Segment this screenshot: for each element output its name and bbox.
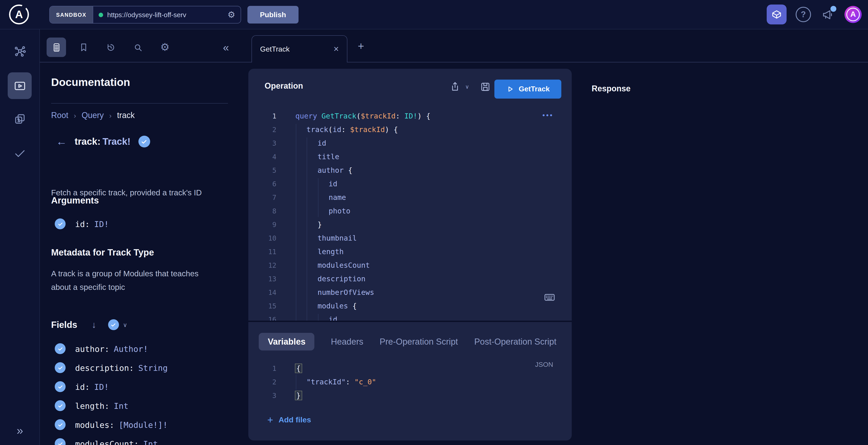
announcements-button[interactable] [820, 7, 835, 22]
check-icon [57, 221, 63, 227]
field-badge[interactable] [55, 362, 66, 373]
code-line: 3 id [248, 136, 572, 150]
field-title-type[interactable]: Track! [102, 136, 130, 147]
line-number: 13 [248, 272, 276, 286]
back-arrow-icon[interactable]: ← [56, 136, 67, 147]
plus-icon: + [267, 414, 273, 426]
bookmark-icon [79, 42, 88, 52]
code-line-text: modules { [276, 299, 356, 313]
code-line: 1 query GetTrack($trackId: ID!) { [248, 109, 572, 123]
tab-pre-operation-script[interactable]: Pre-Operation Script [380, 337, 458, 347]
field-row[interactable]: id: ID! [55, 381, 109, 392]
docs-tab-history[interactable] [101, 37, 120, 57]
code-line: 9 } [248, 218, 572, 231]
check-icon [141, 138, 148, 145]
gear-icon: ⚙ [160, 41, 169, 53]
code-line: 13 description [248, 272, 572, 286]
indent-guide [318, 178, 318, 217]
operation-tab[interactable]: GetTrack × [251, 35, 347, 62]
argument-type[interactable]: ID! [94, 219, 109, 229]
breadcrumb-root[interactable]: Root [51, 111, 68, 120]
question-icon: ? [801, 10, 806, 19]
share-icon[interactable] [450, 82, 461, 92]
avatar[interactable]: A [844, 6, 862, 23]
field-type[interactable]: Int [114, 401, 128, 410]
line-number: 4 [248, 150, 276, 164]
chevron-down-icon[interactable]: ∨ [123, 321, 127, 328]
field-row[interactable]: modulesCount: Int [55, 438, 158, 445]
new-tab-button[interactable]: + [355, 41, 366, 52]
argument-row[interactable]: id: ID! [55, 218, 109, 229]
breadcrumb: Root › Query › track [51, 111, 134, 120]
fields-select-all-badge[interactable] [108, 319, 119, 330]
apollo-logo[interactable]: A [9, 4, 29, 24]
field-selected-badge[interactable] [138, 136, 150, 148]
endpoint-url-input[interactable]: https://odyssey-lift-off-serv [107, 11, 223, 19]
line-number: 15 [248, 299, 276, 313]
tab-post-operation-script[interactable]: Post-Operation Script [474, 337, 556, 347]
field-row[interactable]: author: Author! [55, 343, 148, 354]
close-tab-icon[interactable]: × [334, 44, 339, 54]
field-row[interactable]: description: String [55, 362, 167, 373]
endpoint-settings-gear-icon[interactable]: ⚙ [227, 9, 235, 20]
top-bar: A SANDBOX https://odyssey-lift-off-serv … [0, 0, 868, 29]
run-operation-button[interactable]: GetTrack [494, 80, 561, 99]
tab-headers[interactable]: Headers [331, 337, 364, 347]
code-line: 2 "trackId": "c_0" [248, 375, 572, 389]
docs-tab-documentation[interactable] [46, 37, 66, 57]
save-icon[interactable] [480, 82, 491, 92]
add-files-button[interactable]: + Add files [267, 414, 311, 426]
apollo-logo-letter: A [15, 8, 23, 21]
cube-icon [771, 9, 782, 20]
field-name: id: [75, 382, 90, 391]
sandbox-cube-button[interactable] [767, 4, 786, 24]
help-button[interactable]: ? [796, 7, 811, 22]
field-badge[interactable] [55, 438, 66, 445]
collapse-panel-button[interactable]: « [216, 37, 236, 57]
docs-tab-saved[interactable] [74, 37, 93, 57]
breadcrumb-query[interactable]: Query [82, 111, 104, 120]
tab-variables[interactable]: Variables [259, 333, 315, 350]
line-number: 1 [248, 109, 276, 123]
field-row[interactable]: modules: [Module!]! [55, 419, 167, 430]
line-number: 7 [248, 191, 276, 204]
field-type[interactable]: String [138, 363, 167, 373]
docs-toolbar: ⚙ « [40, 29, 248, 62]
docs-tab-search[interactable] [128, 37, 148, 57]
endpoint-url-box[interactable]: https://odyssey-lift-off-serv ⚙ [93, 6, 241, 23]
field-badge[interactable] [55, 343, 66, 354]
field-badge[interactable] [55, 400, 66, 411]
field-row[interactable]: length: Int [55, 400, 128, 411]
fields-heading-row: Fields ↓ ∨ [51, 319, 127, 330]
line-number: 6 [248, 177, 276, 191]
rail-item-changes[interactable] [0, 113, 40, 125]
share-chevron-icon[interactable]: ∨ [465, 84, 469, 90]
left-rail: » [0, 29, 40, 445]
sort-down-icon[interactable]: ↓ [92, 319, 96, 330]
operation-editor[interactable]: 1 query GetTrack($trackId: ID!) { 2 trac… [248, 109, 572, 321]
docs-tab-settings[interactable]: ⚙ [155, 37, 175, 57]
field-type[interactable]: Author! [114, 344, 148, 353]
publish-button[interactable]: Publish [247, 6, 299, 24]
field-type[interactable]: ID! [94, 382, 109, 391]
field-type[interactable]: Int [143, 439, 158, 445]
rail-expand-button[interactable]: » [0, 424, 40, 438]
rail-item-explorer[interactable] [8, 72, 32, 99]
argument-badge[interactable] [55, 218, 66, 229]
code-line: 4 title [248, 150, 572, 164]
field-badge[interactable] [55, 381, 66, 392]
endpoint-group: SANDBOX https://odyssey-lift-off-serv ⚙ [49, 6, 241, 24]
field-type[interactable]: [Module!]! [119, 420, 168, 430]
indent-guide [296, 124, 296, 321]
check-icon [57, 441, 63, 445]
rail-item-schema[interactable] [0, 45, 40, 58]
line-number: 1 [248, 362, 276, 375]
check-icon [57, 365, 63, 371]
rail-item-checks[interactable] [0, 147, 40, 160]
editor-menu-ellipsis[interactable]: ••• [542, 111, 554, 119]
code-line: 14 numberOfViews [248, 286, 572, 299]
variables-editor[interactable]: 1 { 2 "trackId": "c_0" 3 } [248, 362, 572, 403]
field-badge[interactable] [55, 419, 66, 430]
run-button-label: GetTrack [519, 85, 550, 93]
keyboard-shortcuts-icon[interactable] [544, 291, 555, 303]
